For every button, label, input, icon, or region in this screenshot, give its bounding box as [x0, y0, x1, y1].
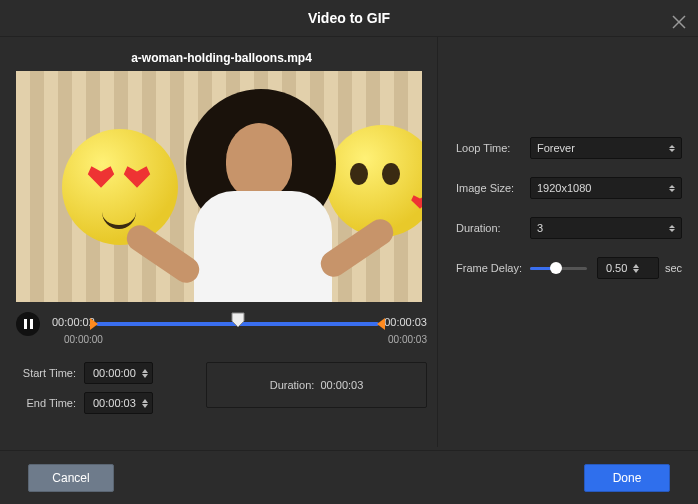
close-icon [670, 13, 688, 31]
frame-delay-slider[interactable] [530, 261, 587, 275]
duration-setting-label: Duration: [456, 222, 530, 234]
pause-icon [24, 319, 33, 329]
playhead-icon [231, 312, 245, 328]
cancel-button[interactable]: Cancel [28, 464, 114, 492]
timeline: 00:00:02 00:00:03 00:00:00 00:00:03 [16, 308, 427, 352]
person-torso [194, 191, 332, 302]
timeline-total-time: 00:00:03 [384, 316, 427, 328]
frame-delay-unit: sec [665, 262, 682, 274]
titlebar: Video to GIF [0, 0, 698, 37]
person-face [226, 123, 292, 199]
duration-setting-select[interactable]: 3 [530, 217, 682, 239]
stepper-icon [142, 369, 148, 378]
image-size-label: Image Size: [456, 182, 530, 194]
chevron-updown-icon [669, 185, 675, 192]
frame-delay-label: Frame Delay: [456, 262, 530, 274]
start-time-stepper[interactable]: 00:00:00 [84, 362, 153, 384]
end-time-value: 00:00:03 [93, 397, 136, 409]
start-time-value: 00:00:00 [93, 367, 136, 379]
duration-value: 00:00:03 [320, 379, 363, 391]
right-panel: Loop Time: Forever Image Size: 1920x1080… [438, 37, 698, 447]
playhead-handle[interactable] [231, 312, 245, 331]
stepper-icon [142, 399, 148, 408]
dialog-title: Video to GIF [308, 10, 390, 26]
person-arm-left [122, 220, 205, 287]
dialog-body: a-woman-holding-balloons.mp4 00:00:02 [0, 37, 698, 447]
timeline-range-start: 00:00:00 [64, 334, 103, 345]
pause-button[interactable] [16, 312, 40, 336]
source-filename: a-woman-holding-balloons.mp4 [16, 51, 427, 65]
start-time-label: Start Time: [16, 367, 76, 379]
video-to-gif-dialog: Video to GIF a-woman-holding-balloons.mp… [0, 0, 698, 504]
frame-delay-value: 0.50 [606, 262, 627, 274]
done-button[interactable]: Done [584, 464, 670, 492]
end-time-stepper[interactable]: 00:00:03 [84, 392, 153, 414]
close-button[interactable] [670, 8, 688, 26]
end-time-label: End Time: [16, 397, 76, 409]
cancel-button-label: Cancel [52, 471, 89, 485]
balloon-left [62, 129, 178, 245]
loop-time-select[interactable]: Forever [530, 137, 682, 159]
loop-time-label: Loop Time: [456, 142, 530, 154]
time-inputs: Start Time: 00:00:00 End Time: 00:00:03 [16, 362, 427, 422]
range-start-handle[interactable] [90, 318, 98, 330]
left-panel: a-woman-holding-balloons.mp4 00:00:02 [0, 37, 438, 447]
duration-setting-value: 3 [537, 222, 543, 234]
duration-label: Duration: [270, 379, 315, 391]
duration-display: Duration: 00:00:03 [206, 362, 427, 408]
dialog-footer: Cancel Done [0, 450, 698, 504]
frame-delay-stepper[interactable]: 0.50 [597, 257, 659, 279]
chevron-updown-icon [669, 145, 675, 152]
timeline-range-end: 00:00:03 [388, 334, 427, 345]
image-size-select[interactable]: 1920x1080 [530, 177, 682, 199]
done-button-label: Done [613, 471, 642, 485]
image-size-value: 1920x1080 [537, 182, 591, 194]
chevron-updown-icon [669, 225, 675, 232]
stepper-icon [633, 264, 639, 273]
range-end-handle[interactable] [377, 318, 385, 330]
timeline-current-time: 00:00:02 [52, 316, 95, 328]
video-preview[interactable] [16, 71, 422, 302]
timeline-track[interactable] [96, 322, 379, 326]
loop-time-value: Forever [537, 142, 575, 154]
slider-knob[interactable] [550, 262, 562, 274]
